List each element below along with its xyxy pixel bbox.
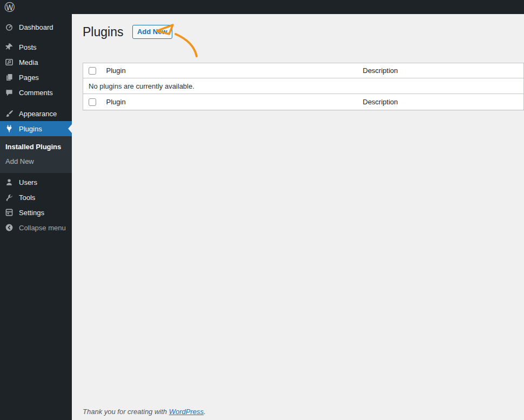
main-content: Plugins Add New Plugin Description No pl… <box>72 14 524 420</box>
empty-message: No plugins are currently available. <box>83 78 524 94</box>
select-all-checkbox-top[interactable] <box>89 67 96 75</box>
brush-icon <box>4 109 14 118</box>
column-header-plugin: Plugin <box>101 63 358 78</box>
sidebar-item-label: Media <box>19 58 38 66</box>
sidebar-item-media[interactable]: Media <box>0 55 72 70</box>
wordpress-link[interactable]: WordPress <box>169 408 204 416</box>
sidebar-item-users[interactable]: Users <box>0 175 72 190</box>
footer-credit: Thank you for creating with WordPress. <box>83 408 206 416</box>
plugin-icon <box>4 124 14 134</box>
page-heading-row: Plugins Add New <box>83 24 524 41</box>
wordpress-logo-icon[interactable]: Ⓦ <box>4 2 15 12</box>
sidebar-item-dashboard[interactable]: Dashboard <box>0 19 72 35</box>
sidebar-item-label: Tools <box>19 194 35 202</box>
footer-credit-text: Thank you for creating with <box>83 408 169 416</box>
collapse-arrow-icon <box>4 223 14 232</box>
wordpress-admin-screen: Ⓦ Dashboard Posts Media Pages <box>0 0 524 420</box>
page-title: Plugins <box>83 24 123 40</box>
submenu-item-installed-plugins[interactable]: Installed Plugins <box>0 139 72 154</box>
sidebar-item-label: Comments <box>19 89 53 97</box>
sidebar-item-label: Settings <box>19 209 44 217</box>
sidebar-item-comments[interactable]: Comments <box>0 85 72 100</box>
submenu-item-add-new[interactable]: Add New <box>0 154 72 169</box>
sidebar-item-settings[interactable]: Settings <box>0 205 72 220</box>
column-footer-description: Description <box>358 94 524 110</box>
sidebar-item-label: Users <box>19 178 37 186</box>
user-icon <box>4 177 14 187</box>
select-all-checkbox-bottom[interactable] <box>89 98 96 106</box>
wrench-icon <box>4 192 14 202</box>
menu-separator <box>0 35 72 39</box>
table-footer: Plugin Description <box>83 94 524 110</box>
settings-icon <box>4 208 14 217</box>
dashboard-icon <box>4 22 14 32</box>
sidebar-item-pages[interactable]: Pages <box>0 70 72 85</box>
column-footer-plugin: Plugin <box>101 94 358 110</box>
plugins-list-table: Plugin Description No plugins are curren… <box>83 63 524 110</box>
media-icon <box>4 57 14 67</box>
sidebar-item-label: Plugins <box>19 125 42 133</box>
sidebar-item-appearance[interactable]: Appearance <box>0 106 72 121</box>
column-header-description: Description <box>358 63 524 78</box>
table-header: Plugin Description <box>83 63 524 78</box>
table-header-row: Plugin Description <box>83 63 524 78</box>
table-body: No plugins are currently available. <box>83 78 524 94</box>
table-footer-row: Plugin Description <box>83 94 524 110</box>
collapse-menu-label: Collapse menu <box>19 224 66 232</box>
pages-icon <box>4 72 14 82</box>
collapse-menu-button[interactable]: Collapse menu <box>0 220 72 235</box>
footer-credit-suffix: . <box>204 408 206 416</box>
comments-icon <box>4 88 14 97</box>
sidebar-item-label: Appearance <box>19 110 57 118</box>
plugins-submenu: Installed Plugins Add New <box>0 136 72 173</box>
sidebar-item-tools[interactable]: Tools <box>0 190 72 205</box>
menu-separator <box>0 100 72 106</box>
pushpin-icon <box>4 42 14 52</box>
sidebar-item-label: Posts <box>19 43 37 51</box>
add-new-button[interactable]: Add New <box>132 25 172 39</box>
sidebar-item-label: Pages <box>19 74 39 82</box>
sidebar-item-label: Dashboard <box>19 23 53 31</box>
admin-bar: Ⓦ <box>0 0 524 14</box>
empty-row: No plugins are currently available. <box>83 78 524 94</box>
sidebar: Dashboard Posts Media Pages Commen <box>0 14 72 420</box>
sidebar-item-posts[interactable]: Posts <box>0 39 72 55</box>
sidebar-item-plugins[interactable]: Plugins <box>0 121 72 136</box>
